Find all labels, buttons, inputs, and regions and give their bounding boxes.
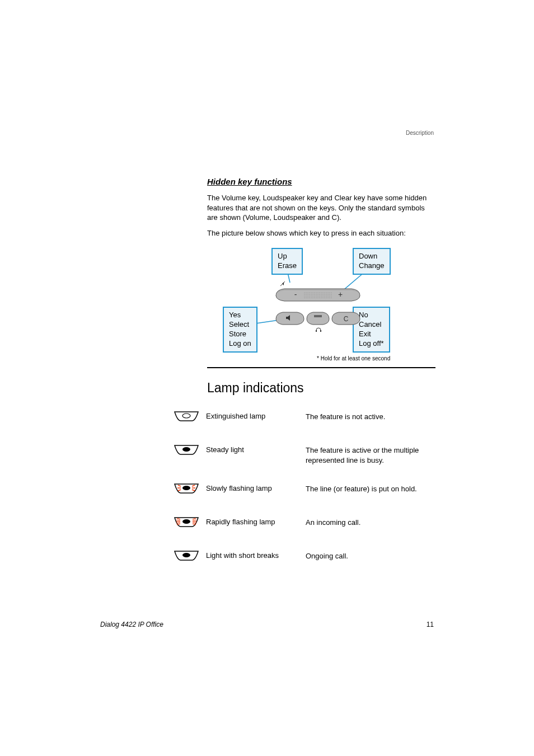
lamp-label: Steady light — [206, 444, 306, 454]
diagram-footnote: * Hold for at least one second — [317, 355, 390, 361]
key-diagram: Up Erase Down Change Yes Select Store Lo… — [223, 248, 424, 365]
lamp-icon-steady — [167, 444, 206, 457]
callout-yes-l1: Yes — [229, 311, 251, 320]
page-header: Description — [406, 130, 434, 136]
lamp-row-steady: Steady light The feature is active or th… — [167, 444, 435, 465]
section-divider — [207, 367, 435, 368]
svg-point-7 — [182, 447, 190, 452]
clear-key-label: C — [344, 315, 349, 323]
svg-rect-0 — [304, 292, 332, 299]
callout-up: Up Erase — [271, 248, 303, 275]
svg-rect-4 — [316, 330, 317, 332]
minus-label: - — [294, 290, 297, 299]
lamp-label: Light with short breaks — [206, 550, 306, 560]
lamp-desc: An incoming call. — [306, 516, 435, 528]
svg-line-11 — [178, 490, 181, 491]
callout-down-l2: Change — [359, 261, 385, 271]
hidden-key-para2: The picture below shows which key to pre… — [207, 228, 435, 238]
svg-line-16 — [177, 518, 180, 519]
main-content: Hidden key functions The Volume key, Lou… — [207, 177, 435, 365]
lamp-row-extinguished: Extinguished lamp The feature is not act… — [167, 411, 435, 426]
callout-no-l4: Log off* — [359, 339, 384, 349]
headset-icon — [316, 328, 321, 332]
lamp-icon-extinguished — [167, 411, 206, 423]
svg-line-2 — [280, 281, 285, 286]
hidden-key-title: Hidden key functions — [207, 177, 435, 186]
callout-yes-l4: Log on — [229, 339, 251, 349]
svg-rect-3 — [314, 315, 322, 317]
lamp-label: Extinguished lamp — [206, 411, 306, 420]
svg-point-8 — [182, 486, 190, 490]
svg-line-14 — [192, 490, 195, 491]
lamp-row-slow-flash: Slowly flashing lamp The line (or featur… — [167, 483, 435, 499]
svg-point-6 — [182, 414, 190, 418]
page: Description Hidden key functions The Vol… — [0, 0, 534, 756]
callout-yes-l3: Store — [229, 330, 251, 339]
callout-up-l2: Erase — [278, 261, 297, 271]
svg-point-26 — [182, 553, 190, 557]
svg-line-12 — [192, 485, 195, 486]
svg-line-17 — [176, 520, 180, 520]
lamp-row-rapid-flash: Rapidly flashing lamp An incoming call. — [167, 516, 435, 532]
svg-rect-5 — [320, 330, 321, 332]
lamp-label: Slowly flashing lamp — [206, 483, 306, 492]
lamp-table: Extinguished lamp The feature is not act… — [167, 411, 435, 584]
callout-yes: Yes Select Store Log on — [223, 307, 257, 353]
lamp-section: Lamp indications — [207, 381, 304, 411]
lamp-desc: The line (or feature) is put on hold. — [306, 483, 435, 494]
lamp-desc: Ongoing call. — [306, 550, 435, 561]
plus-label: + — [338, 290, 343, 299]
lamp-icon-rapid-flash — [167, 516, 206, 529]
lamp-icon-short-breaks — [167, 550, 206, 562]
footer-title: Dialog 4422 IP Office — [100, 621, 163, 628]
svg-line-9 — [178, 485, 181, 486]
lamp-row-short-breaks: Light with short breaks Ongoing call. — [167, 550, 435, 566]
lamp-heading: Lamp indications — [207, 381, 304, 396]
svg-line-22 — [193, 520, 196, 520]
callout-yes-l2: Select — [229, 320, 251, 330]
svg-line-21 — [193, 518, 196, 519]
lamp-desc: The feature is not active. — [306, 411, 435, 422]
page-number: 11 — [427, 621, 434, 628]
callout-up-l1: Up — [278, 252, 297, 261]
lamp-label: Rapidly flashing lamp — [206, 516, 306, 526]
svg-point-15 — [182, 519, 190, 524]
page-footer: Dialog 4422 IP Office 11 — [100, 621, 434, 628]
hidden-key-para1: The Volume key, Loudspeaker key and Clea… — [207, 193, 435, 223]
callout-down: Down Change — [353, 248, 391, 275]
callout-down-l1: Down — [359, 252, 385, 261]
lamp-icon-slow-flash — [167, 483, 206, 495]
phone-key-illustration: - + — [270, 279, 366, 335]
lamp-desc: The feature is active or the multiple re… — [306, 444, 435, 465]
